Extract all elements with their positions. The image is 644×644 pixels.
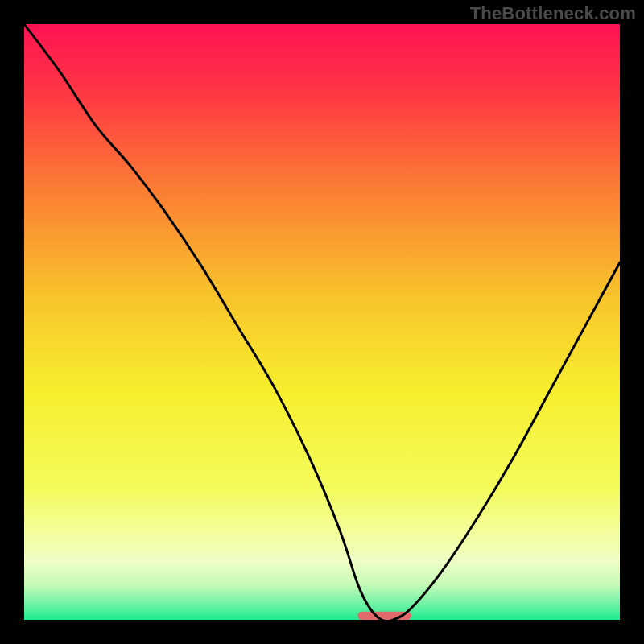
chart-frame: TheBottleneck.com [0, 0, 644, 644]
heatmap-background [24, 24, 620, 620]
watermark-text: TheBottleneck.com [470, 3, 636, 24]
plot-svg [24, 24, 620, 620]
bottleneck-plot [24, 24, 620, 620]
